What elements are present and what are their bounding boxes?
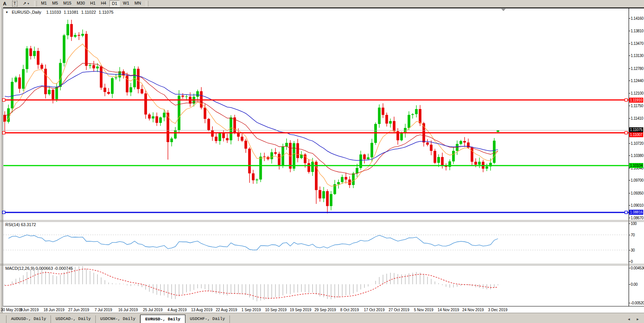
candle-up <box>96 66 99 68</box>
rsi-tick <box>629 261 630 262</box>
candle-down <box>226 138 229 140</box>
chart-tab-usdcad[interactable]: USDCAD-, Daily <box>51 315 95 323</box>
price-axis-label: 1.12440 <box>631 79 644 83</box>
candle-up <box>415 109 418 114</box>
candle-down <box>107 92 110 94</box>
candle-up <box>378 108 381 124</box>
hline-handle[interactable] <box>3 211 5 214</box>
hline-handle[interactable] <box>625 131 628 134</box>
price-level-tag-1.11910: 1.11910 <box>629 98 643 103</box>
candle-up <box>133 69 136 87</box>
candle-down <box>166 113 169 142</box>
x-axis-date: 3 Dec 2019 <box>488 308 507 312</box>
candle-down <box>104 88 106 92</box>
chart-tab-usdcnh[interactable]: USDCNH-, Daily <box>96 315 140 323</box>
candle-up <box>178 96 180 130</box>
candle-up <box>389 121 392 124</box>
candle-up <box>337 182 340 184</box>
candle-down <box>100 66 103 87</box>
candle-up <box>115 78 117 78</box>
hline-handle[interactable] <box>625 99 628 101</box>
x-axis-date: 17 Oct 2019 <box>364 308 385 312</box>
candle-up <box>152 116 154 119</box>
hline-handle[interactable] <box>3 131 5 134</box>
candle-up <box>311 162 314 172</box>
candle-down <box>122 71 125 76</box>
candle-down <box>274 152 277 154</box>
x-axis-date: 19 Sep 2019 <box>290 308 312 312</box>
x-axis-date: 4 Aug 2019 <box>168 308 187 312</box>
hline-handle[interactable] <box>3 99 5 101</box>
collapse-quote-icon[interactable]: ▼ <box>5 11 8 14</box>
candle-up <box>14 78 17 82</box>
x-axis-date: 7 Jul 2019 <box>95 308 112 312</box>
price-tick <box>629 43 630 44</box>
chart-plot-area <box>0 0 644 323</box>
price-level-tag-1.10104: 1.10104 <box>629 163 643 168</box>
chart-tab-audusd[interactable]: AUDUSD-, Daily <box>6 315 51 323</box>
candle-down <box>441 157 444 166</box>
candle-up <box>322 191 325 198</box>
candle-down <box>29 48 32 56</box>
candle-down <box>463 141 466 142</box>
candle-down <box>78 35 80 36</box>
x-axis-date: 5 Nov 2019 <box>414 308 433 312</box>
price-tick <box>629 168 630 168</box>
candle-up <box>55 87 58 100</box>
candle-down <box>144 93 147 114</box>
candle-down <box>18 78 21 89</box>
quote-high: 1.11081 <box>64 10 79 14</box>
candle-up <box>170 138 173 142</box>
rsi-axis-label: 0 <box>631 260 644 264</box>
x-axis-date: 27 Jun 2019 <box>68 308 89 312</box>
candle-down <box>241 137 244 141</box>
price-tick <box>629 143 630 144</box>
rsi-axis-label: 100 <box>631 222 644 226</box>
hline-handle[interactable] <box>625 211 628 214</box>
x-axis-date: 30 May 2019 <box>1 308 23 312</box>
candle-down <box>207 119 210 130</box>
candle-down <box>445 166 447 167</box>
candle-up <box>256 179 258 180</box>
rsi-line <box>8 235 498 250</box>
candle-up <box>63 35 65 63</box>
chart-shift-marker-icon[interactable] <box>501 9 506 11</box>
chart-tab-usdchf[interactable]: USDCHF-, Daily <box>185 315 230 323</box>
chart-title-row: ▼ EURUSD-,Daily 1.11033 1.11081 1.11022 … <box>5 10 114 14</box>
candle-down <box>41 65 43 69</box>
x-axis-date: 8 Oct 2019 <box>340 308 359 312</box>
candle-up <box>330 194 332 206</box>
quote-open: 1.11033 <box>46 10 61 14</box>
candle-down <box>248 149 251 173</box>
tab-scroll-right-icon[interactable]: ► <box>636 317 642 321</box>
price-tick <box>629 18 630 19</box>
price-axis-label: 1.09350 <box>631 191 644 195</box>
price-axis-label: 1.08670 <box>631 216 644 220</box>
candle-down <box>44 69 47 94</box>
candle-down <box>211 130 214 136</box>
price-tick <box>629 118 630 119</box>
candle-up <box>282 146 284 165</box>
price-tick <box>629 81 630 81</box>
candle-down <box>393 121 396 131</box>
current-price-tag: 1.11075 <box>629 127 643 132</box>
candle-up <box>229 117 232 140</box>
candle-down <box>137 69 139 89</box>
candle-down <box>181 96 184 97</box>
candle-up <box>259 157 262 179</box>
candle-up <box>22 69 25 89</box>
rsi-tick <box>629 250 630 250</box>
candle-up <box>26 48 28 69</box>
candle-up <box>400 133 403 140</box>
candle-down <box>252 173 255 180</box>
ma-line-medium <box>5 63 498 174</box>
candle-down <box>278 154 280 166</box>
candle-down <box>434 151 436 163</box>
price-tick <box>629 93 630 93</box>
tab-scroll-left-icon[interactable]: ◄ <box>627 317 633 321</box>
candle-up <box>74 35 76 37</box>
candle-up <box>111 78 114 94</box>
candle-up <box>437 157 440 163</box>
chart-tabs: AUDUSD-, DailyUSDCAD-, DailyUSDCNH-, Dai… <box>6 314 230 323</box>
chart-tab-eurusd[interactable]: EURUSD-, Daily <box>140 315 185 323</box>
